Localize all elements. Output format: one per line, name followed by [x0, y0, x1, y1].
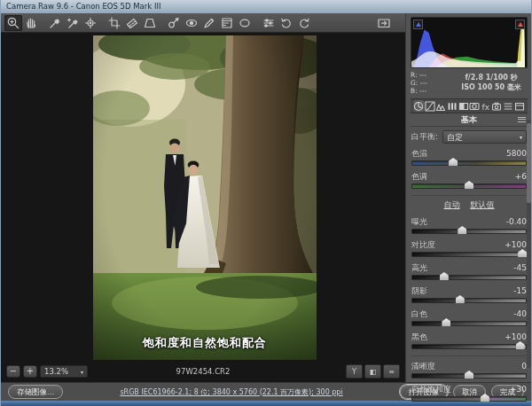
clarity-slider-thumb[interactable]	[465, 371, 473, 379]
before-after-toggle-icon[interactable]: Y	[346, 364, 363, 379]
highlights-label: 高光	[411, 263, 427, 272]
contrast-value[interactable]: +100	[505, 240, 527, 249]
white-balance-tool-icon[interactable]	[46, 15, 64, 31]
clarity-slider-track[interactable]	[411, 373, 527, 379]
panel-header: 基本	[411, 113, 528, 127]
exposure-slider-thumb[interactable]	[458, 226, 466, 234]
tab-lens-corrections-icon[interactable]	[469, 100, 481, 112]
shadows-slider-thumb[interactable]	[456, 295, 465, 303]
auto-link[interactable]: 自动	[444, 199, 460, 211]
exif-aperture-shutter: f/2.8 1/100 秒	[455, 73, 528, 82]
photo-preview[interactable]: 饱和度和自然饱和配合	[93, 35, 317, 360]
highlights-slider-track[interactable]	[411, 275, 527, 280]
tab-detail-icon[interactable]	[435, 100, 447, 112]
temperature-slider-track[interactable]	[411, 160, 527, 166]
blacks-slider-track[interactable]	[411, 344, 527, 349]
whites-slider-thumb[interactable]	[442, 318, 450, 326]
transform-tool-icon[interactable]	[141, 15, 159, 31]
slider-temperature: 色温5800	[411, 149, 527, 166]
tab-hsl-grayscale-icon[interactable]	[447, 100, 458, 112]
color-sampler-tool-icon[interactable]	[64, 15, 82, 31]
vibrance-slider-thumb[interactable]	[481, 394, 489, 402]
slider-vibrance: 自然饱和度+30	[411, 385, 527, 402]
contrast-slider-track[interactable]	[411, 252, 527, 257]
zoom-out-button[interactable]: −	[6, 365, 20, 378]
shadow-clipping-icon	[416, 22, 421, 27]
panel-scrollbar[interactable]	[527, 120, 531, 368]
chevron-down-icon: ▾	[520, 132, 522, 143]
preferences-button-icon[interactable]	[260, 15, 278, 31]
radial-filter-tool-icon[interactable]	[236, 15, 254, 31]
rotate-left-button-icon[interactable]	[278, 15, 295, 31]
view-menu-icon[interactable]: ≡	[383, 364, 400, 379]
toggle-fullscreen-icon[interactable]	[375, 15, 393, 31]
rotate-right-button-icon[interactable]	[295, 15, 313, 31]
shadows-slider-track[interactable]	[411, 298, 527, 303]
highlights-value[interactable]: -45	[513, 263, 527, 272]
spot-removal-tool-icon[interactable]	[165, 15, 183, 31]
chevron-down-icon: ▾	[81, 366, 83, 378]
contrast-slider-thumb[interactable]	[518, 249, 527, 257]
split-view-icon[interactable]: ◧	[364, 364, 381, 379]
blacks-slider-thumb[interactable]	[516, 341, 525, 349]
whites-value[interactable]: -40	[513, 309, 527, 318]
whites-slider-track[interactable]	[411, 321, 527, 326]
tab-basic-icon[interactable]	[413, 100, 425, 112]
histogram	[411, 17, 528, 68]
workflow-options-link[interactable]: sRGB IEC61966-2.1; 8 位; 3840 x 5760 (22.…	[68, 387, 395, 397]
blacks-value[interactable]: +100	[505, 332, 527, 341]
zoom-tool-icon[interactable]	[4, 15, 22, 31]
vibrance-slider-track[interactable]	[411, 396, 527, 402]
auto-default-links: 自动 默认值	[411, 195, 528, 211]
save-image-button[interactable]: 存储图像...	[8, 385, 63, 399]
exif-iso-focal: ISO 100 50 毫米	[455, 82, 528, 92]
white-balance-select[interactable]: 自定 ▾	[442, 130, 527, 144]
tab-camera-calibration-icon[interactable]	[491, 100, 503, 112]
tab-snapshots-icon[interactable]	[513, 100, 525, 112]
exposure-label: 曝光	[411, 217, 427, 226]
vibrance-value[interactable]: +30	[510, 385, 527, 394]
red-eye-tool-icon[interactable]	[183, 15, 200, 31]
tab-effects-icon[interactable]: fx	[481, 100, 492, 112]
highlight-clipping-toggle[interactable]	[515, 20, 525, 29]
readout-red: R: ---	[411, 71, 455, 79]
shadow-clipping-toggle[interactable]	[413, 20, 423, 29]
slider-exposure: 曝光-0.40	[411, 217, 527, 234]
white-balance-row: 白平衡: 自定 ▾	[411, 130, 527, 144]
slider-tint: 色调+6	[411, 172, 527, 189]
title-bar[interactable]: Camera Raw 9.6 - Canon EOS 5D Mark III	[1, 0, 531, 13]
panel-menu-icon[interactable]	[518, 117, 526, 122]
vibrance-label: 自然饱和度	[411, 385, 451, 394]
highlights-slider-thumb[interactable]	[440, 272, 449, 280]
toolbar	[1, 13, 405, 33]
crop-tool-icon[interactable]	[106, 15, 123, 31]
exposure-slider-track[interactable]	[411, 229, 527, 234]
temperature-value[interactable]: 5800	[506, 149, 527, 158]
default-link[interactable]: 默认值	[471, 199, 495, 211]
blacks-label: 黑色	[411, 332, 427, 341]
tint-slider-thumb[interactable]	[465, 181, 473, 189]
tab-tone-curve-icon[interactable]	[425, 100, 436, 112]
tint-slider-track[interactable]	[411, 183, 527, 189]
hand-tool-icon[interactable]	[22, 15, 40, 31]
white-balance-label: 白平衡:	[411, 131, 438, 143]
tab-presets-icon[interactable]	[503, 100, 514, 112]
scrollbar-thumb[interactable]	[527, 123, 531, 203]
zoom-level-select[interactable]: 13.2% ▾	[40, 365, 88, 378]
zoom-in-button[interactable]: +	[23, 365, 37, 378]
targeted-adjustment-tool-icon[interactable]	[82, 15, 99, 31]
preview-area: 饱和度和自然饱和配合 − + 13.2% ▾ 97W2454.CR2 Y	[1, 33, 405, 382]
graduated-filter-tool-icon[interactable]	[218, 15, 236, 31]
shadows-value[interactable]: -15	[513, 286, 527, 295]
adjustment-brush-tool-icon[interactable]	[200, 15, 218, 31]
shadows-label: 阴影	[411, 286, 427, 295]
tint-label: 色调	[411, 172, 427, 181]
filename-label: 97W2454.CR2	[176, 367, 231, 376]
exposure-value[interactable]: -0.40	[506, 217, 527, 226]
slider-clarity: 清晰度0	[411, 362, 527, 379]
tab-split-toning-icon[interactable]	[458, 100, 469, 112]
tint-value[interactable]: +6	[515, 172, 527, 181]
divider	[411, 355, 528, 356]
temperature-slider-thumb[interactable]	[449, 158, 458, 166]
straighten-tool-icon[interactable]	[123, 15, 141, 31]
